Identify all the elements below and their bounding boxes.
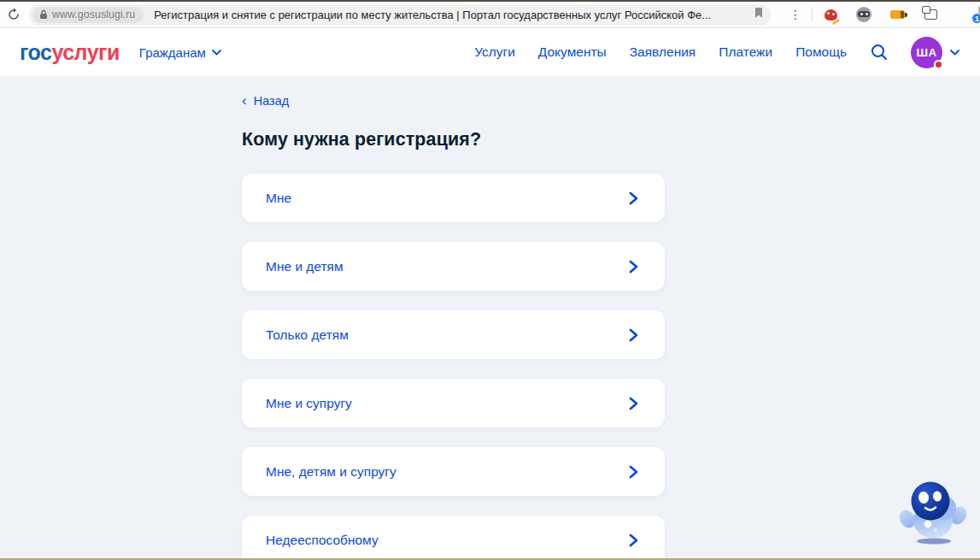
option-label: Недееспособному: [266, 533, 379, 548]
main-nav: Услуги Документы Заявления Платежи Помощ…: [474, 44, 847, 60]
extensions-area: [821, 5, 940, 24]
nav-item-zayavleniya[interactable]: Заявления: [630, 44, 696, 60]
chevron-right-icon: [627, 191, 639, 206]
battery-saver-button[interactable]: [888, 5, 907, 24]
battery-icon: [890, 10, 905, 19]
gosuslugi-logo[interactable]: госуслуги: [20, 40, 120, 65]
content-column: ‹ Назад Кому нужна регистрация? Мне Мне …: [242, 76, 665, 560]
extension-red-icon: [824, 9, 837, 21]
profile-menu-button[interactable]: [950, 50, 959, 56]
main-content: ‹ Назад Кому нужна регистрация? Мне Мне …: [0, 76, 980, 557]
tabs-panel-button[interactable]: [921, 5, 940, 24]
chevron-right-icon: [627, 533, 639, 548]
browser-toolbar: www.gosuslugi.ru Регистрация и снятие с …: [0, 2, 980, 28]
nav-item-pomoshch[interactable]: Помощь: [795, 44, 847, 60]
page-title-text: Регистрация и снятие с регистрации по ме…: [154, 9, 747, 21]
chevron-right-icon: [627, 464, 639, 480]
extension-red-button[interactable]: [821, 5, 840, 24]
user-avatar[interactable]: ША: [911, 37, 942, 68]
option-label: Мне, детям и супругу: [266, 464, 396, 480]
browser-menu-button[interactable]: ⋮: [789, 10, 801, 19]
option-label: Только детям: [266, 327, 349, 343]
option-label: Мне и супругу: [266, 396, 352, 411]
nav-item-dokumenty[interactable]: Документы: [538, 44, 607, 60]
incognito-face-icon: [856, 7, 871, 22]
audience-label: Гражданам: [139, 45, 206, 60]
nav-item-platezhi[interactable]: Платежи: [719, 44, 772, 60]
download-count-badge: 1: [971, 13, 980, 24]
chevron-right-icon: [627, 259, 639, 274]
option-card-mne[interactable]: Мне: [242, 174, 665, 222]
chevron-down-icon: [950, 50, 959, 56]
reload-button[interactable]: [3, 4, 24, 25]
logo-text-red: услуги: [51, 40, 119, 64]
logo-text-blue: гос: [20, 40, 51, 64]
audience-dropdown[interactable]: Гражданам: [139, 45, 221, 60]
option-label: Мне: [266, 191, 291, 206]
option-card-mne-detyam-suprugu[interactable]: Мне, детям и супругу: [242, 447, 665, 496]
search-button[interactable]: [870, 43, 889, 62]
search-icon: [870, 43, 889, 62]
url-text: www.gosuslugi.ru: [52, 9, 135, 21]
back-caret-icon: ‹: [242, 95, 247, 107]
page-title: Кому нужна регистрация?: [242, 129, 665, 150]
reload-icon: [7, 8, 21, 21]
chevron-right-icon: [627, 396, 639, 411]
back-link[interactable]: ‹ Назад: [242, 94, 289, 108]
option-card-mne-i-suprugu[interactable]: Мне и супругу: [242, 379, 665, 427]
tabs-icon: [924, 9, 937, 20]
robot-icon: [894, 479, 972, 549]
option-card-mne-i-detyam[interactable]: Мне и детям: [242, 242, 665, 291]
options-list: Мне Мне и детям Только детям Мне и супру…: [242, 174, 665, 560]
notification-badge: [934, 60, 943, 69]
downloads-button[interactable]: ⭳ 1: [973, 5, 980, 18]
option-card-nedeesposobnomu[interactable]: Недееспособному: [242, 516, 665, 560]
option-label: Мне и детям: [266, 259, 343, 274]
site-header: госуслуги Гражданам Услуги Документы Зая…: [0, 28, 980, 76]
lock-icon: [39, 9, 48, 20]
back-label: Назад: [254, 94, 290, 108]
assistant-robot-mascot[interactable]: [894, 479, 972, 549]
chevron-right-icon: [627, 327, 639, 343]
nav-item-uslugi[interactable]: Услуги: [474, 44, 515, 60]
toolbar-divider: [812, 8, 813, 22]
incognito-profile-button[interactable]: [854, 5, 873, 24]
bookmark-icon[interactable]: [754, 7, 764, 22]
domain-chip[interactable]: www.gosuslugi.ru: [32, 7, 144, 23]
chevron-down-icon: [212, 50, 221, 56]
option-card-tolko-detyam[interactable]: Только детям: [242, 310, 665, 359]
address-bar[interactable]: www.gosuslugi.ru Регистрация и снятие с …: [29, 4, 771, 26]
